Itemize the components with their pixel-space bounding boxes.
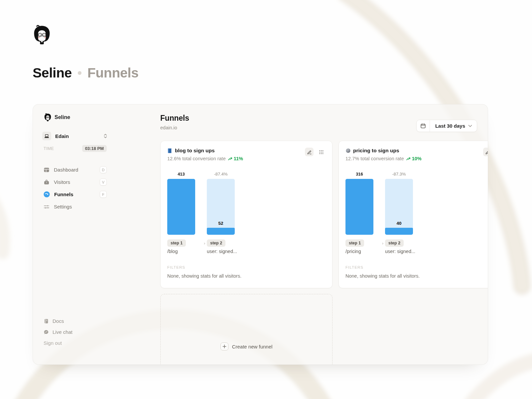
time-value-badge: 03:18 PM xyxy=(82,145,107,152)
step1-count: 316 xyxy=(345,172,373,178)
filters-label: FILTERS xyxy=(345,265,363,269)
brand-name: Seline xyxy=(55,114,70,120)
filters-value: None, showing stats for all visitors. xyxy=(167,273,241,279)
conversion-summary: 12.7% total conversion rate 10% xyxy=(345,156,422,161)
blue-book-icon xyxy=(167,148,173,154)
step2-count: 52 xyxy=(207,221,235,226)
breadcrumb-app: Seline xyxy=(33,65,72,81)
step1-badge: step 1 xyxy=(167,239,186,247)
sidebar-item-dashboard[interactable]: Dashboard D xyxy=(44,164,107,176)
edit-funnel-button[interactable] xyxy=(483,148,488,156)
nav-label-settings: Settings xyxy=(54,204,107,209)
footer-label-docs: Docs xyxy=(53,318,64,324)
create-new-funnel-button[interactable]: Create new funnel xyxy=(160,294,332,365)
step2-dropoff: -87.4% xyxy=(207,172,235,178)
shortcut-key-v: V xyxy=(100,179,107,186)
step2-badge: step 2 xyxy=(207,239,225,247)
sidebar-brand: Seline xyxy=(44,113,70,122)
workspace-name: Edain xyxy=(55,133,99,139)
shortcut-key-f: F xyxy=(100,191,107,198)
seline-logo-small xyxy=(44,113,52,122)
chevron-updown-icon xyxy=(103,133,107,139)
step1-badge: step 1 xyxy=(345,239,364,247)
footer-label-live-chat: Live chat xyxy=(53,329,72,335)
step2-badge: step 2 xyxy=(385,239,404,247)
filters-value: None, showing stats for all visitors. xyxy=(345,273,420,279)
step2-bar-background xyxy=(207,179,235,235)
step2-dropoff: -87.3% xyxy=(385,172,413,178)
nav-label-visitors: Visitors xyxy=(54,179,95,185)
site-domain: edain.io xyxy=(160,125,177,130)
funnel-chart: 413 -87.4% 52 step 1 xyxy=(167,172,326,256)
sidebar-nav: Dashboard D Visitors V Funnels xyxy=(44,164,107,213)
step1-label: /pricing xyxy=(345,249,361,254)
breadcrumb-page: Funnels xyxy=(87,65,139,81)
chat-icon xyxy=(44,330,49,335)
pencil-icon xyxy=(485,150,488,155)
sidebar: Seline Edain TIME 03:18 PM xyxy=(33,104,128,364)
funnels-icon xyxy=(44,191,50,198)
breadcrumb: Seline Funnels xyxy=(33,65,138,81)
step2-bar-fill xyxy=(385,228,413,235)
workspace-selector[interactable]: Edain xyxy=(42,130,107,142)
funnel-title: pricing to sign ups xyxy=(345,148,399,154)
funnel-card-blog: blog to sign ups xyxy=(160,141,332,288)
trend-up-icon xyxy=(228,157,232,161)
visitors-icon xyxy=(44,179,50,185)
sidebar-item-live-chat[interactable]: Live chat xyxy=(44,327,107,337)
step2-label: user: signed... xyxy=(385,249,415,254)
conversion-summary: 12.6% total conversion rate 11% xyxy=(167,156,243,161)
step1-count: 413 xyxy=(167,172,195,178)
pencil-icon xyxy=(307,150,312,155)
seline-logo xyxy=(32,25,52,45)
sidebar-item-settings[interactable]: Settings xyxy=(44,200,107,213)
step1-label: /blog xyxy=(167,249,178,254)
breadcrumb-dot xyxy=(78,71,81,75)
dashboard-icon xyxy=(44,167,50,173)
main-content: Funnels edain.io Last 30 days xyxy=(128,104,488,364)
time-row: TIME 03:18 PM xyxy=(44,145,107,152)
shortcut-key-d: D xyxy=(100,166,107,173)
sign-out-button[interactable]: Sign out xyxy=(44,340,107,346)
trend-up-icon xyxy=(406,157,411,161)
nav-label-dashboard: Dashboard xyxy=(54,167,95,173)
trend-badge: 10% xyxy=(406,156,422,161)
workspace-icon xyxy=(42,132,51,140)
filters-label: FILTERS xyxy=(167,265,185,269)
drag-handle-button[interactable] xyxy=(317,148,326,156)
docs-icon xyxy=(44,319,49,324)
grid-dots-icon xyxy=(319,150,324,155)
step1-bar xyxy=(167,179,195,235)
sidebar-item-funnels[interactable]: Funnels F xyxy=(44,188,107,200)
date-range-selector[interactable]: Last 30 days xyxy=(416,120,477,132)
funnel-card-pricing: pricing to sign ups xyxy=(338,141,488,288)
date-range-value[interactable]: Last 30 days xyxy=(430,120,477,132)
calendar-button[interactable] xyxy=(417,120,430,132)
sidebar-footer: Docs Live chat Sign out xyxy=(44,316,107,346)
calendar-icon xyxy=(420,123,426,129)
step2-label: user: signed... xyxy=(207,249,237,254)
funnel-cards: blog to sign ups xyxy=(160,141,488,288)
settings-icon xyxy=(44,204,50,210)
trend-badge: 11% xyxy=(228,156,243,161)
step2-bar-background xyxy=(385,179,413,235)
chevron-right-icon: › xyxy=(382,241,383,246)
edit-funnel-button[interactable] xyxy=(305,148,314,156)
plus-icon xyxy=(220,342,228,350)
sidebar-item-visitors[interactable]: Visitors V xyxy=(44,176,107,188)
create-funnel-label: Create new funnel xyxy=(232,344,273,349)
chevron-right-icon: › xyxy=(204,241,205,246)
time-label: TIME xyxy=(44,146,54,151)
funnel-title: blog to sign ups xyxy=(167,148,215,154)
step2-bar-fill xyxy=(207,228,235,235)
moon-icon xyxy=(345,148,351,153)
funnel-chart: 316 -87.3% 40 step 1 xyxy=(345,172,488,256)
nav-label-funnels: Funnels xyxy=(54,192,95,197)
sidebar-item-docs[interactable]: Docs xyxy=(44,316,107,327)
step1-bar xyxy=(345,179,373,235)
step2-count: 40 xyxy=(385,221,413,226)
page-title: Funnels xyxy=(160,114,189,123)
app-panel: Seline Edain TIME 03:18 PM xyxy=(33,104,488,365)
chevron-down-icon xyxy=(468,125,472,127)
